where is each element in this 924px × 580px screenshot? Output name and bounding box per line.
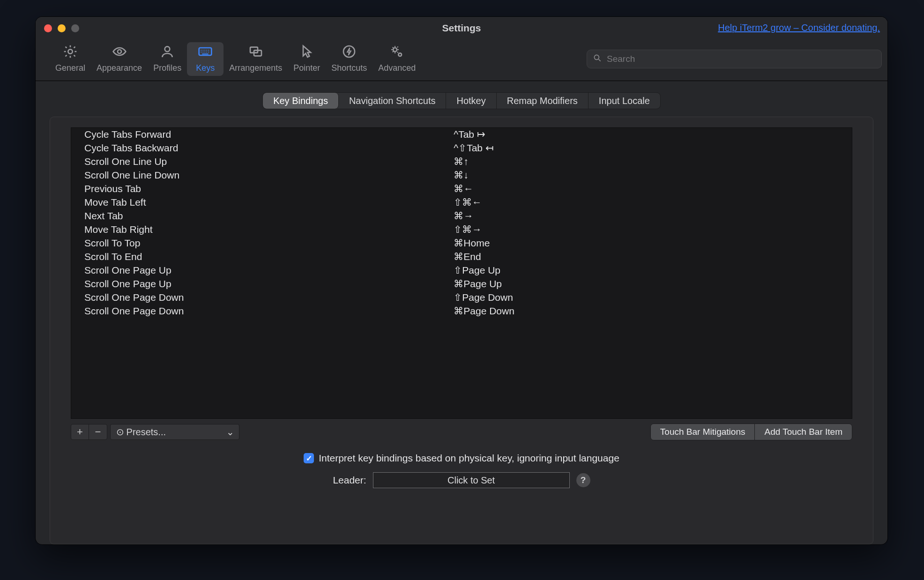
- eye-icon: [112, 44, 127, 61]
- key-binding-action: Scroll To End: [71, 250, 454, 264]
- tab-label: Keys: [196, 63, 215, 73]
- key-binding-row[interactable]: Cycle Tabs Forward^Tab ↦: [71, 128, 852, 141]
- subtab-input-locale[interactable]: Input Locale: [589, 93, 660, 109]
- key-binding-action: Scroll One Page Up: [71, 277, 454, 291]
- key-bindings-table: Cycle Tabs Forward^Tab ↦Cycle Tabs Backw…: [71, 128, 852, 318]
- preferences-toolbar: General Appearance Profiles Keys Arrange: [36, 39, 887, 81]
- gear-icon: [63, 44, 78, 61]
- add-remove-group: + −: [71, 424, 107, 440]
- tab-profiles[interactable]: Profiles: [148, 42, 187, 76]
- add-binding-button[interactable]: +: [71, 424, 89, 439]
- search-input[interactable]: [606, 53, 876, 65]
- key-bindings-table-container[interactable]: Cycle Tabs Forward^Tab ↦Cycle Tabs Backw…: [71, 127, 852, 419]
- key-binding-shortcut: ⌘Page Up: [454, 277, 852, 291]
- tab-keys[interactable]: Keys: [187, 42, 224, 76]
- tab-pointer[interactable]: Pointer: [288, 42, 326, 76]
- key-binding-action: Scroll One Line Up: [71, 155, 454, 169]
- key-binding-row[interactable]: Scroll One Line Down⌘↓: [71, 169, 852, 182]
- chevron-down-icon: ⌄: [226, 426, 234, 438]
- tab-advanced[interactable]: Advanced: [373, 42, 421, 76]
- remove-binding-button[interactable]: −: [89, 424, 107, 439]
- subtab-key-bindings[interactable]: Key Bindings: [263, 93, 339, 109]
- key-binding-row[interactable]: Scroll One Page Down⌘Page Down: [71, 305, 852, 318]
- key-binding-row[interactable]: Previous Tab⌘←: [71, 182, 852, 196]
- tab-label: Appearance: [97, 63, 142, 73]
- add-touch-bar-item-button[interactable]: Add Touch Bar Item: [755, 424, 852, 440]
- svg-point-6: [343, 46, 355, 57]
- key-binding-row[interactable]: Scroll One Page Up⇧Page Up: [71, 264, 852, 277]
- key-binding-action: Scroll One Page Down: [71, 291, 454, 305]
- key-binding-shortcut: ⇧⌘→: [454, 223, 852, 237]
- leader-field[interactable]: Click to Set: [373, 472, 570, 488]
- search-icon: [593, 53, 602, 65]
- table-controls-row: + − ⊙ Presets... ⌄ Touch Bar Mitigations…: [71, 424, 852, 440]
- tab-label: Pointer: [293, 63, 320, 73]
- key-binding-action: Move Tab Left: [71, 196, 454, 209]
- key-binding-shortcut: ^Tab ↦: [454, 128, 852, 141]
- interpret-physical-key-label: Interpret key bindings based on physical…: [319, 453, 619, 464]
- keyboard-icon: [198, 44, 213, 61]
- leader-help-button[interactable]: ?: [576, 473, 590, 487]
- key-binding-shortcut: ^⇧Tab ↤: [454, 141, 852, 155]
- key-binding-action: Move Tab Right: [71, 223, 454, 237]
- tab-label: General: [55, 63, 85, 73]
- tab-general[interactable]: General: [50, 42, 91, 76]
- cursor-icon: [299, 44, 314, 61]
- key-binding-row[interactable]: Scroll One Page Down⇧Page Down: [71, 291, 852, 305]
- search-field[interactable]: [587, 50, 882, 68]
- key-binding-shortcut: ⌘Page Down: [454, 305, 852, 318]
- key-binding-shortcut: ⌘→: [454, 209, 852, 223]
- titlebar: Settings Help iTerm2 grow – Consider don…: [36, 17, 887, 39]
- svg-point-2: [165, 46, 170, 52]
- touch-bar-mitigations-button[interactable]: Touch Bar Mitigations: [651, 424, 755, 440]
- subtab-navigation-shortcuts[interactable]: Navigation Shortcuts: [339, 93, 447, 109]
- subtab-hotkey[interactable]: Hotkey: [446, 93, 496, 109]
- presets-dropdown[interactable]: ⊙ Presets... ⌄: [110, 424, 239, 440]
- donate-link[interactable]: Help iTerm2 grow – Consider donating.: [718, 22, 880, 33]
- tab-shortcuts[interactable]: Shortcuts: [326, 42, 373, 76]
- key-bindings-panel: Cycle Tabs Forward^Tab ↦Cycle Tabs Backw…: [50, 117, 873, 544]
- svg-point-1: [118, 50, 121, 53]
- presets-label: Presets...: [127, 427, 166, 437]
- key-binding-row[interactable]: Scroll To End⌘End: [71, 250, 852, 264]
- interpret-physical-key-checkbox[interactable]: [304, 453, 314, 463]
- interpret-physical-key-row: Interpret key bindings based on physical…: [50, 453, 873, 464]
- key-binding-shortcut: ⇧⌘←: [454, 196, 852, 209]
- key-binding-row[interactable]: Scroll One Page Up⌘Page Up: [71, 277, 852, 291]
- key-binding-row[interactable]: Move Tab Right⇧⌘→: [71, 223, 852, 237]
- bolt-icon: [342, 44, 357, 61]
- settings-window: Settings Help iTerm2 grow – Consider don…: [36, 17, 887, 544]
- key-binding-row[interactable]: Next Tab⌘→: [71, 209, 852, 223]
- key-binding-shortcut: ⇧Page Up: [454, 264, 852, 277]
- segmented-control: Key Bindings Navigation Shortcuts Hotkey…: [262, 92, 661, 109]
- gears-icon: [389, 44, 404, 61]
- touchbar-buttons: Touch Bar Mitigations Add Touch Bar Item: [650, 424, 852, 440]
- tab-label: Arrangements: [229, 63, 282, 73]
- tab-appearance[interactable]: Appearance: [91, 42, 148, 76]
- tab-arrangements[interactable]: Arrangements: [224, 42, 288, 76]
- svg-point-7: [393, 48, 397, 52]
- key-binding-row[interactable]: Scroll To Top⌘Home: [71, 237, 852, 250]
- key-binding-shortcut: ⌘End: [454, 250, 852, 264]
- subtab-bar: Key Bindings Navigation Shortcuts Hotkey…: [36, 81, 887, 112]
- person-icon: [160, 44, 175, 61]
- tab-label: Profiles: [153, 63, 181, 73]
- key-binding-action: Scroll One Page Up: [71, 264, 454, 277]
- key-binding-action: Cycle Tabs Forward: [71, 128, 454, 141]
- key-binding-shortcut: ⇧Page Down: [454, 291, 852, 305]
- leader-label: Leader:: [333, 475, 366, 486]
- svg-point-9: [594, 55, 599, 59]
- svg-point-8: [399, 53, 402, 56]
- key-binding-row[interactable]: Cycle Tabs Backward^⇧Tab ↤: [71, 141, 852, 155]
- key-binding-row[interactable]: Scroll One Line Up⌘↑: [71, 155, 852, 169]
- tab-label: Advanced: [378, 63, 416, 73]
- key-binding-row[interactable]: Move Tab Left⇧⌘←: [71, 196, 852, 209]
- tab-label: Shortcuts: [331, 63, 367, 73]
- key-binding-action: Scroll One Line Down: [71, 169, 454, 182]
- key-binding-shortcut: ⌘←: [454, 182, 852, 196]
- key-binding-action: Scroll To Top: [71, 237, 454, 250]
- key-binding-action: Next Tab: [71, 209, 454, 223]
- key-binding-shortcut: ⌘↓: [454, 169, 852, 182]
- key-binding-action: Scroll One Page Down: [71, 305, 454, 318]
- subtab-remap-modifiers[interactable]: Remap Modifiers: [497, 93, 589, 109]
